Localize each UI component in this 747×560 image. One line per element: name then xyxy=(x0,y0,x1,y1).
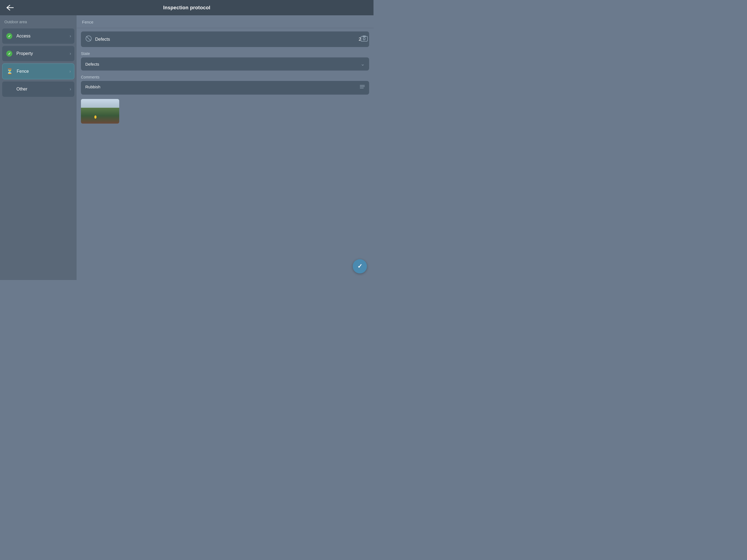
sidebar-item-label-access: Access xyxy=(17,34,70,39)
other-chevron-icon: › xyxy=(70,87,71,92)
state-dropdown-icon: ⌄ xyxy=(361,61,365,67)
check-done-icon-property xyxy=(6,51,12,57)
comments-section: Comments Rubbish xyxy=(81,75,369,95)
photo-grass xyxy=(81,108,119,124)
content-header: Fence xyxy=(77,15,374,28)
edit-line-2 xyxy=(360,86,365,87)
header-title: Inspection protocol xyxy=(163,5,210,11)
state-field-section: State Defects ⌄ xyxy=(81,51,369,71)
photo-section xyxy=(81,99,369,124)
fence-chevron-icon: › xyxy=(70,69,71,74)
back-button[interactable] xyxy=(4,2,15,13)
sidebar-item-property[interactable]: Property › xyxy=(2,46,74,61)
svg-point-3 xyxy=(363,38,365,40)
photo-flower xyxy=(94,116,97,119)
defects-row[interactable]: Defects 2 › xyxy=(81,31,369,47)
content-title: Fence xyxy=(82,20,94,24)
edit-lines-icon xyxy=(360,85,365,88)
comments-box[interactable]: Rubbish xyxy=(81,81,369,95)
sidebar-item-label-fence: Fence xyxy=(17,69,70,74)
photo-image xyxy=(81,99,119,124)
done-check-icon: ✓ xyxy=(357,263,362,270)
comments-label: Comments xyxy=(81,75,369,79)
check-done-icon xyxy=(6,33,12,39)
photo-icon xyxy=(360,35,368,43)
sidebar-section-label: Outdoor area xyxy=(0,15,77,27)
hourglass-icon: ⏳ xyxy=(6,68,13,75)
sidebar-item-other[interactable]: Other › xyxy=(2,81,74,97)
comments-text: Rubbish xyxy=(85,84,360,89)
app-header: Inspection protocol xyxy=(0,0,374,15)
add-photo-button[interactable] xyxy=(359,34,369,44)
sidebar-item-label-property: Property xyxy=(17,51,70,56)
sidebar: Outdoor area Access › Property › ⏳ Fence… xyxy=(0,15,77,280)
defects-label: Defects xyxy=(95,37,359,42)
state-select[interactable]: Defects ⌄ xyxy=(81,57,369,71)
sidebar-item-access[interactable]: Access › xyxy=(2,28,74,44)
edit-line-3 xyxy=(360,88,364,88)
sidebar-item-fence[interactable]: ⏳ Fence › xyxy=(2,63,74,79)
back-arrow-icon xyxy=(6,5,14,11)
main-layout: Outdoor area Access › Property › ⏳ Fence… xyxy=(0,15,374,280)
state-select-value: Defects xyxy=(85,62,361,67)
access-status-icon xyxy=(5,32,13,40)
other-status-icon xyxy=(5,85,13,93)
property-chevron-icon: › xyxy=(70,51,71,56)
content-area: Fence Defects 2 › State Defects ⌄ Comm xyxy=(77,15,374,280)
fence-status-icon: ⏳ xyxy=(6,68,14,75)
edit-line-1 xyxy=(360,85,365,85)
photo-thumbnail[interactable] xyxy=(81,99,119,124)
state-label: State xyxy=(81,51,369,56)
property-status-icon xyxy=(5,50,13,57)
done-button[interactable]: ✓ xyxy=(353,259,367,274)
sidebar-item-label-other: Other xyxy=(17,87,70,92)
access-chevron-icon: › xyxy=(70,34,71,39)
svg-line-1 xyxy=(86,36,91,41)
defects-icon xyxy=(85,35,92,43)
